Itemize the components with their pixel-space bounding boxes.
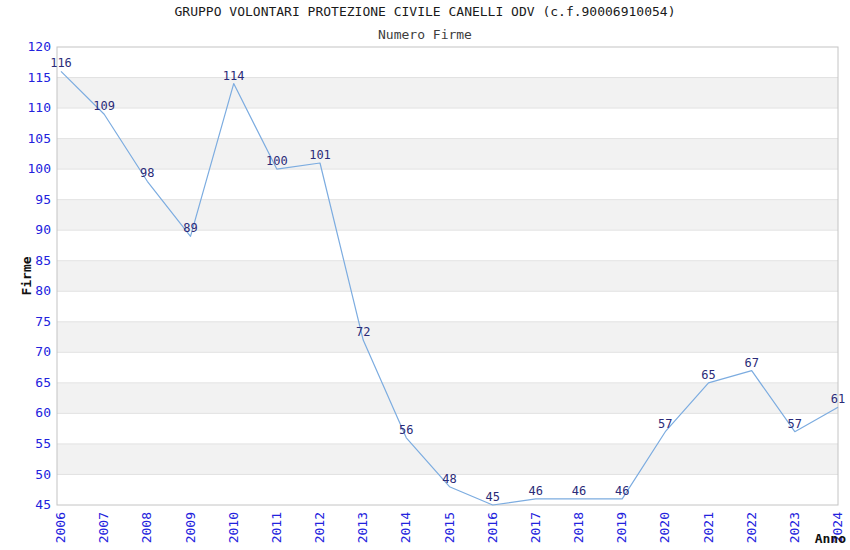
y-tick-label: 80 bbox=[35, 283, 51, 298]
y-tick-label: 70 bbox=[35, 344, 51, 359]
data-point-label: 46 bbox=[529, 484, 543, 498]
data-point-label: 98 bbox=[140, 166, 154, 180]
y-tick-label: 50 bbox=[35, 467, 51, 482]
y-grid-band bbox=[57, 78, 838, 109]
data-point-label: 72 bbox=[356, 325, 370, 339]
y-grid-band bbox=[57, 383, 838, 414]
x-tick-label: 2022 bbox=[744, 512, 759, 543]
y-tick-label: 115 bbox=[28, 70, 51, 85]
y-tick-label: 105 bbox=[28, 131, 51, 146]
data-point-label: 48 bbox=[442, 472, 456, 486]
x-tick-label: 2015 bbox=[442, 512, 457, 543]
y-grid-band bbox=[57, 322, 838, 353]
data-point-label: 114 bbox=[223, 69, 245, 83]
y-tick-label: 60 bbox=[35, 405, 51, 420]
y-tick-label: 85 bbox=[35, 253, 51, 268]
chart-page: GRUPPO VOLONTARI PROTEZIONE CIVILE CANEL… bbox=[0, 0, 850, 550]
data-point-label: 57 bbox=[658, 417, 672, 431]
data-point-label: 46 bbox=[572, 484, 586, 498]
line-chart-plot: 1161099889114100101725648454646465765675… bbox=[0, 0, 850, 550]
data-point-label: 65 bbox=[701, 368, 715, 382]
data-point-label: 100 bbox=[266, 154, 288, 168]
y-tick-label: 110 bbox=[28, 100, 51, 115]
y-tick-label: 120 bbox=[28, 39, 51, 54]
x-tick-label: 2017 bbox=[528, 512, 543, 543]
data-point-label: 61 bbox=[831, 392, 845, 406]
x-tick-label: 2014 bbox=[398, 512, 413, 543]
y-grid-band bbox=[57, 139, 838, 170]
x-tick-label: 2013 bbox=[355, 512, 370, 543]
x-axis-title: Anno bbox=[815, 531, 846, 546]
y-tick-label: 55 bbox=[35, 436, 51, 451]
y-axis-title: Firme bbox=[19, 256, 34, 295]
x-tick-label: 2021 bbox=[701, 512, 716, 543]
y-grid-band bbox=[57, 444, 838, 475]
y-tick-label: 75 bbox=[35, 314, 51, 329]
x-tick-label: 2019 bbox=[614, 512, 629, 543]
data-point-label: 101 bbox=[309, 148, 331, 162]
data-point-label: 45 bbox=[485, 490, 499, 504]
data-point-label: 109 bbox=[93, 99, 115, 113]
data-point-label: 116 bbox=[50, 56, 72, 70]
y-tick-label: 65 bbox=[35, 375, 51, 390]
x-tick-label: 2009 bbox=[183, 512, 198, 543]
x-tick-label: 2012 bbox=[312, 512, 327, 543]
data-point-label: 46 bbox=[615, 484, 629, 498]
data-point-label: 89 bbox=[183, 221, 197, 235]
x-tick-label: 2023 bbox=[787, 512, 802, 543]
y-tick-label: 45 bbox=[35, 497, 51, 512]
x-tick-label: 2018 bbox=[571, 512, 586, 543]
y-tick-label: 90 bbox=[35, 222, 51, 237]
x-tick-label: 2016 bbox=[485, 512, 500, 543]
data-point-label: 56 bbox=[399, 423, 413, 437]
y-tick-label: 100 bbox=[28, 161, 51, 176]
x-tick-label: 2008 bbox=[139, 512, 154, 543]
x-tick-label: 2011 bbox=[269, 512, 284, 543]
y-grid-band bbox=[57, 261, 838, 292]
x-tick-label: 2010 bbox=[226, 512, 241, 543]
data-point-label: 67 bbox=[744, 356, 758, 370]
x-tick-label: 2020 bbox=[657, 512, 672, 543]
y-tick-label: 95 bbox=[35, 192, 51, 207]
x-tick-label: 2007 bbox=[96, 512, 111, 543]
data-point-label: 57 bbox=[788, 417, 802, 431]
x-tick-label: 2006 bbox=[53, 512, 68, 543]
